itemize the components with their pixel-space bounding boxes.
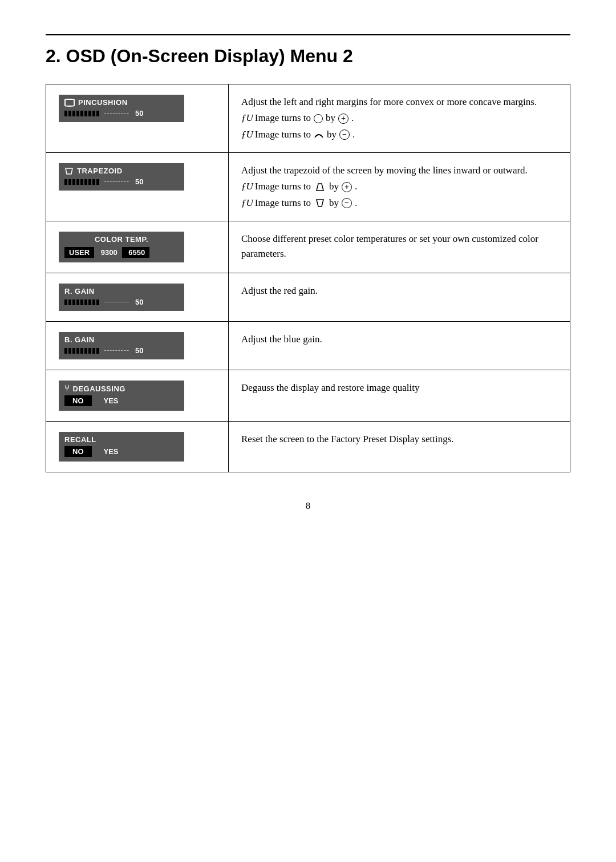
color-temp-cell: COLOR TEMP. USER 9300 6550 [46, 221, 229, 273]
pincushion-line1: ƒU Image turns to by + . [241, 111, 557, 126]
f-symbol4: ƒU [241, 196, 253, 211]
ct-6550-option: 6550 [122, 247, 150, 258]
bar-segment [76, 111, 79, 116]
degaussing-widget: ⑂ DEGAUSSING NO YES [59, 381, 184, 411]
recall-desc: Reset the screen to the Factory Preset D… [229, 422, 570, 472]
table-row: PINCUSHION --------- 50 [46, 84, 570, 153]
recall-cell: RECALL NO YES [46, 422, 229, 472]
bar-segment [68, 348, 71, 354]
circle-icon [314, 114, 323, 123]
bar-segment [96, 348, 99, 354]
degaussing-cell: ⑂ DEGAUSSING NO YES [46, 370, 229, 422]
bar-dots: --------- [104, 298, 129, 306]
pincushion-widget: PINCUSHION --------- 50 [59, 95, 184, 122]
degaussing-yes-option: YES [92, 395, 127, 406]
r-gain-desc: Adjust the red gain. [229, 273, 570, 322]
pincushion-bar-row: --------- 50 [64, 109, 179, 118]
bar-segment [64, 179, 67, 185]
f-symbol2: ƒU [241, 127, 253, 142]
color-temp-options: USER 9300 6550 [64, 247, 179, 258]
table-row: RECALL NO YES Reset the screen to the Fa… [46, 422, 570, 472]
main-table: PINCUSHION --------- 50 [46, 84, 570, 472]
bar-segment [80, 179, 83, 185]
bar-value: 50 [135, 109, 143, 118]
r-gain-desc-text: Adjust the red gain. [241, 285, 318, 296]
bar-segment [72, 179, 75, 185]
recall-widget: RECALL NO YES [59, 432, 184, 462]
concave-icon [314, 131, 324, 139]
table-row: B. GAIN --------- 50 [46, 322, 570, 370]
top-rule [46, 34, 570, 35]
bar-segment [84, 300, 87, 305]
bar-segment [84, 179, 87, 185]
degaussing-desc-text: Degauss the display and restore image qu… [241, 382, 420, 393]
trapezoid-label: TRAPEZOID [64, 167, 179, 175]
bar-segment [80, 300, 83, 305]
bar-segment [88, 179, 91, 185]
recall-label: RECALL [64, 435, 179, 444]
bar-segment [96, 300, 99, 305]
minus-button-icon: − [339, 129, 350, 140]
image-text3: Image turns to [255, 179, 311, 194]
r-gain-bar-row: --------- 50 [64, 298, 179, 306]
image-text: Image turns to [255, 111, 311, 126]
degauss-icon: ⑂ [64, 384, 70, 393]
degaussing-no-option: NO [64, 395, 92, 406]
period2: . [352, 127, 355, 142]
period4: . [355, 196, 357, 211]
period3: . [355, 179, 357, 194]
svg-marker-0 [66, 168, 72, 174]
table-row: COLOR TEMP. USER 9300 6550 Choose differ… [46, 221, 570, 273]
bar-dots: --------- [104, 109, 129, 118]
trapezoid-cell: TRAPEZOID --------- 50 [46, 153, 229, 221]
bar-segment [96, 179, 99, 185]
period: . [351, 111, 354, 126]
trapezoid-down-icon [314, 199, 326, 207]
b-gain-label: B. GAIN [64, 335, 179, 344]
b-gain-widget: B. GAIN --------- 50 [59, 332, 184, 359]
color-temp-widget: COLOR TEMP. USER 9300 6550 [59, 232, 184, 262]
bar-value: 50 [135, 177, 143, 186]
degaussing-desc: Degauss the display and restore image qu… [229, 370, 570, 422]
image-text2: Image turns to [255, 127, 311, 142]
bar-segment [88, 111, 91, 116]
table-row: ⑂ DEGAUSSING NO YES Degauss the display … [46, 370, 570, 422]
bar-value: 50 [135, 346, 143, 355]
trap-line2: ƒU Image turns to by − . [241, 196, 557, 211]
f-symbol3: ƒU [241, 179, 253, 194]
bar-segment [80, 348, 83, 354]
ct-user-option: USER [64, 247, 94, 258]
r-gain-bar-filled [64, 300, 99, 305]
degaussing-label: ⑂ DEGAUSSING [64, 384, 179, 393]
color-temp-desc-text: Choose different preset color temperatur… [241, 233, 538, 259]
bar-segment [92, 348, 95, 354]
bar-segment [76, 179, 79, 185]
trapezoid-up-icon [314, 183, 326, 191]
r-gain-label: R. GAIN [64, 287, 179, 296]
minus-button-icon2: − [342, 198, 352, 208]
bar-segment [92, 300, 95, 305]
ct-9300-option: 9300 [94, 247, 122, 258]
bar-segment [84, 111, 87, 116]
page-title: 2. OSD (On-Screen Display) Menu 2 [46, 46, 570, 67]
b-gain-cell: B. GAIN --------- 50 [46, 322, 229, 370]
by-text3: by [329, 179, 339, 194]
recall-yes-option: YES [92, 446, 127, 457]
pincushion-line2: ƒU Image turns to by − . [241, 127, 557, 142]
bar-segment [84, 348, 87, 354]
bar-segment [80, 111, 83, 116]
r-gain-widget: R. GAIN --------- 50 [59, 284, 184, 311]
bar-segment [68, 179, 71, 185]
degaussing-options: NO YES [64, 395, 179, 406]
table-row: TRAPEZOID --------- 50 [46, 153, 570, 221]
plus-button-icon: + [338, 114, 348, 124]
pincushion-bar-filled [64, 111, 99, 116]
trapezoid-widget: TRAPEZOID --------- 50 [59, 163, 184, 191]
page-number: 8 [46, 501, 570, 511]
bar-segment [64, 300, 67, 305]
by-text: by [326, 111, 335, 126]
bar-segment [68, 111, 71, 116]
by-text2: by [327, 127, 337, 142]
color-temp-desc: Choose different preset color temperatur… [229, 221, 570, 273]
trapezoid-bar-row: --------- 50 [64, 177, 179, 186]
